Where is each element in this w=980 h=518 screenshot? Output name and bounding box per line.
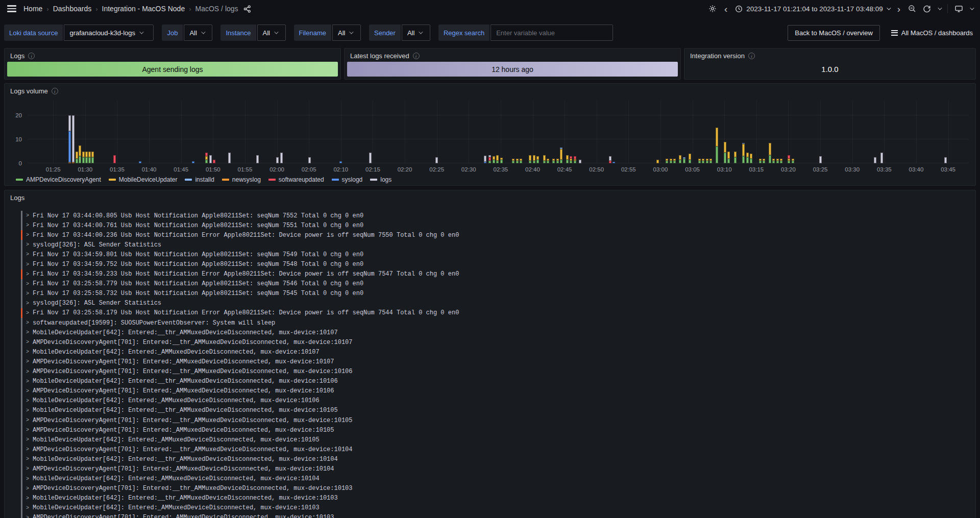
expand-log-icon[interactable]: > — [26, 486, 29, 491]
volume-bar[interactable] — [529, 155, 531, 163]
expand-log-icon[interactable]: > — [26, 388, 29, 394]
volume-bar[interactable] — [880, 153, 883, 163]
log-row[interactable]: >Fri Nov 17 03:25:58.779 Usb Host Notifi… — [21, 279, 975, 289]
volume-bar[interactable] — [72, 115, 75, 163]
expand-log-icon[interactable]: > — [26, 223, 29, 228]
time-shift-left-icon[interactable]: ‹ — [723, 4, 728, 14]
volume-bar[interactable] — [769, 143, 771, 163]
log-row[interactable]: >MobileDeviceUpdater[642]: Entered:__thr… — [21, 406, 975, 415]
log-row[interactable]: >Fri Nov 17 03:44:00.805 Usb Host Notifi… — [21, 211, 975, 220]
variable-select-loki-data-source[interactable]: grafanacloud-k3d-logs — [64, 24, 154, 41]
volume-bar[interactable] — [339, 161, 342, 163]
volume-bar[interactable] — [727, 152, 730, 163]
volume-bar[interactable] — [792, 159, 794, 163]
expand-log-icon[interactable]: > — [26, 301, 29, 306]
expand-log-icon[interactable]: > — [26, 291, 29, 297]
expand-log-icon[interactable]: > — [26, 349, 29, 355]
expand-log-icon[interactable]: > — [26, 242, 29, 248]
volume-bar[interactable] — [560, 147, 562, 163]
log-row[interactable]: >MobileDeviceUpdater[642]: Entered:_AMMu… — [21, 396, 975, 406]
volume-bar[interactable] — [280, 153, 283, 163]
legend-item-mobiledeviceupdater[interactable]: MobileDeviceUpdater — [109, 176, 178, 183]
volume-bar[interactable] — [68, 115, 71, 163]
volume-bar[interactable] — [520, 159, 522, 163]
kiosk-chevron-icon[interactable] — [970, 6, 974, 10]
volume-bar[interactable] — [88, 152, 91, 164]
volume-bar[interactable] — [536, 156, 539, 163]
refresh-icon[interactable] — [923, 5, 931, 13]
log-row[interactable]: >AMPDeviceDiscoveryAgent[701]: Entered:_… — [21, 337, 975, 347]
volume-bar[interactable] — [679, 155, 681, 163]
expand-log-icon[interactable]: > — [26, 310, 29, 316]
log-row[interactable]: >syslogd[326]: ASL Sender Statistics — [21, 240, 975, 250]
volume-bar[interactable] — [689, 154, 691, 163]
log-row[interactable]: >MobileDeviceUpdater[642]: Entered:__thr… — [21, 454, 975, 464]
volume-bar[interactable] — [574, 156, 576, 163]
volume-bar[interactable] — [205, 153, 208, 163]
expand-log-icon[interactable]: > — [26, 339, 29, 345]
variable-select-sender[interactable]: All — [402, 24, 430, 41]
volume-bar[interactable] — [556, 159, 559, 163]
volume-bar[interactable] — [547, 159, 549, 163]
volume-bar[interactable] — [213, 160, 215, 163]
log-row[interactable]: >syslogd[326]: ASL Sender Statistics — [21, 299, 975, 308]
log-row[interactable]: >Fri Nov 17 03:34:59.801 Usb Host Notifi… — [21, 250, 975, 259]
volume-bar[interactable] — [673, 159, 676, 163]
volume-bar[interactable] — [570, 156, 572, 163]
volume-bar[interactable] — [709, 159, 712, 163]
log-row[interactable]: >MobileDeviceUpdater[642]: Entered:_AMMu… — [21, 503, 975, 513]
volume-bar[interactable] — [874, 157, 876, 163]
expand-log-icon[interactable]: > — [26, 330, 29, 335]
log-row[interactable]: >AMPDeviceDiscoveryAgent[701]: Entered:_… — [21, 445, 975, 454]
volume-bar[interactable] — [496, 155, 499, 163]
volume-bar[interactable] — [683, 157, 685, 163]
volume-bar[interactable] — [609, 156, 611, 163]
expand-log-icon[interactable]: > — [26, 232, 29, 238]
log-row[interactable]: >AMPDeviceDiscoveryAgent[701]: Entered:_… — [21, 386, 975, 396]
log-row[interactable]: >MobileDeviceUpdater[642]: Entered:__thr… — [21, 328, 975, 337]
expand-log-icon[interactable]: > — [26, 447, 29, 452]
log-row[interactable]: >AMPDeviceDiscoveryAgent[701]: Entered:_… — [21, 513, 975, 518]
legend-item-ampdevicediscoveryagent[interactable]: AMPDeviceDiscoveryAgent — [16, 176, 101, 183]
volume-bar[interactable] — [85, 152, 88, 164]
volume-bar[interactable] — [484, 156, 486, 163]
volume-bar[interactable] — [750, 154, 752, 163]
volume-bar[interactable] — [500, 158, 503, 163]
volume-bar[interactable] — [256, 155, 259, 163]
volume-bar[interactable] — [82, 152, 85, 164]
log-row[interactable]: >Fri Nov 17 03:25:58.732 Usb Host Notifi… — [21, 289, 975, 299]
hamburger-menu-icon[interactable] — [7, 5, 16, 12]
volume-bar[interactable] — [192, 161, 194, 163]
expand-log-icon[interactable]: > — [26, 262, 29, 267]
volume-bar[interactable] — [612, 162, 615, 163]
volume-bar[interactable] — [772, 159, 775, 163]
volume-bar[interactable] — [209, 155, 212, 163]
expand-log-icon[interactable]: > — [26, 505, 29, 511]
refresh-interval-chevron-icon[interactable] — [938, 6, 942, 10]
legend-item-installd[interactable]: installd — [185, 176, 214, 183]
breadcrumb-home[interactable]: Home — [23, 5, 42, 13]
volume-bar[interactable] — [763, 159, 765, 163]
expand-log-icon[interactable]: > — [26, 320, 29, 326]
expand-log-icon[interactable]: > — [26, 417, 29, 423]
log-row[interactable]: >AMPDeviceDiscoveryAgent[701]: Entered:_… — [21, 367, 975, 377]
volume-bar[interactable] — [113, 155, 116, 163]
expand-log-icon[interactable]: > — [26, 272, 29, 277]
time-range-picker[interactable]: 2023-11-17 01:21:04 to 2023-11-17 03:48:… — [735, 5, 889, 13]
log-row[interactable]: >MobileDeviceUpdater[642]: Entered:__thr… — [21, 377, 975, 386]
expand-log-icon[interactable]: > — [26, 379, 29, 384]
log-row[interactable]: >Fri Nov 17 03:44:00.236 Usb Host Notifi… — [21, 230, 975, 240]
expand-log-icon[interactable]: > — [26, 281, 29, 287]
log-row[interactable]: >AMPDeviceDiscoveryAgent[701]: Entered:_… — [21, 464, 975, 474]
log-row[interactable]: >AMPDeviceDiscoveryAgent[701]: Entered:_… — [21, 425, 975, 435]
variable-select-filename[interactable]: All — [332, 24, 361, 41]
volume-bar[interactable] — [670, 159, 672, 163]
volume-bar[interactable] — [79, 145, 81, 163]
volume-bar[interactable] — [543, 155, 546, 163]
log-row[interactable]: >Fri Nov 17 03:34:59.233 Usb Host Notifi… — [21, 269, 975, 279]
expand-log-icon[interactable]: > — [26, 515, 29, 518]
expand-log-icon[interactable]: > — [26, 466, 29, 472]
volume-bar[interactable] — [228, 153, 231, 163]
log-row[interactable]: >MobileDeviceUpdater[642]: Entered:_AMMu… — [21, 474, 975, 484]
expand-log-icon[interactable]: > — [26, 437, 29, 442]
